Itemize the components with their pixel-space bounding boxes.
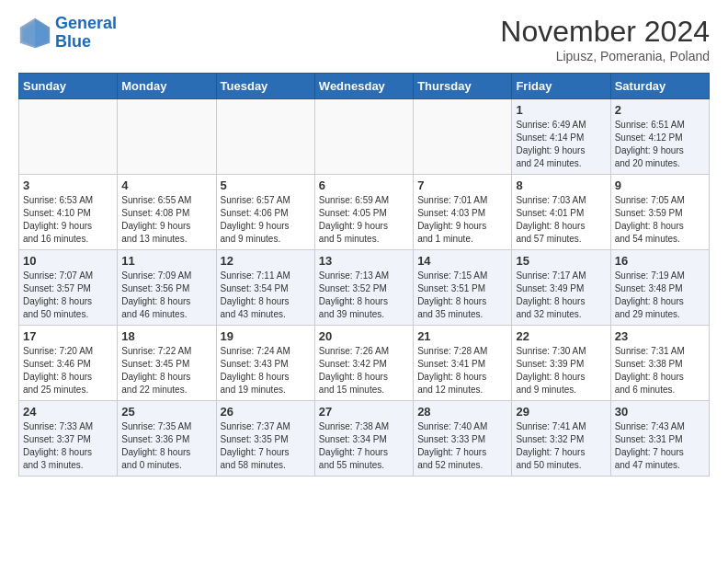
day-info: Sunrise: 7:31 AM Sunset: 3:38 PM Dayligh… [615, 345, 705, 396]
day-number: 13 [319, 254, 409, 268]
calendar-cell: 6Sunrise: 6:59 AM Sunset: 4:05 PM Daylig… [314, 175, 413, 250]
calendar-cell: 24Sunrise: 7:33 AM Sunset: 3:37 PM Dayli… [19, 401, 118, 477]
day-number: 14 [417, 254, 507, 268]
day-number: 17 [23, 329, 113, 343]
day-number: 3 [23, 178, 113, 192]
day-info: Sunrise: 7:30 AM Sunset: 3:39 PM Dayligh… [516, 345, 606, 396]
day-number: 6 [319, 178, 409, 192]
page: General Blue November 2024 Lipusz, Pomer… [0, 0, 728, 491]
day-info: Sunrise: 7:11 AM Sunset: 3:54 PM Dayligh… [221, 270, 311, 321]
day-number: 12 [221, 254, 311, 268]
day-number: 24 [23, 405, 113, 419]
day-info: Sunrise: 7:07 AM Sunset: 3:57 PM Dayligh… [23, 270, 113, 321]
calendar-cell: 17Sunrise: 7:20 AM Sunset: 3:46 PM Dayli… [19, 326, 118, 401]
header: General Blue November 2024 Lipusz, Pomer… [18, 15, 710, 63]
col-friday: Friday [512, 74, 610, 99]
calendar-cell: 19Sunrise: 7:24 AM Sunset: 3:43 PM Dayli… [216, 326, 314, 401]
calendar-cell [414, 99, 512, 175]
calendar-cell [314, 99, 413, 175]
day-number: 11 [121, 254, 211, 268]
day-number: 30 [615, 405, 705, 419]
day-info: Sunrise: 6:59 AM Sunset: 4:05 PM Dayligh… [319, 194, 409, 246]
day-number: 1 [516, 103, 606, 117]
col-saturday: Saturday [610, 74, 709, 99]
day-number: 19 [221, 329, 311, 343]
calendar-cell: 1Sunrise: 6:49 AM Sunset: 4:14 PM Daylig… [512, 99, 610, 175]
calendar-cell: 8Sunrise: 7:03 AM Sunset: 4:01 PM Daylig… [512, 175, 610, 250]
calendar-cell [118, 99, 216, 175]
day-info: Sunrise: 7:33 AM Sunset: 3:37 PM Dayligh… [23, 420, 113, 472]
calendar-cell [216, 99, 314, 175]
day-number: 22 [516, 329, 606, 343]
day-number: 10 [23, 254, 113, 268]
calendar-week-3: 17Sunrise: 7:20 AM Sunset: 3:46 PM Dayli… [19, 326, 710, 401]
calendar-cell: 3Sunrise: 6:53 AM Sunset: 4:10 PM Daylig… [19, 175, 118, 250]
logo: General Blue [18, 15, 117, 52]
day-info: Sunrise: 7:09 AM Sunset: 3:56 PM Dayligh… [121, 270, 211, 321]
day-info: Sunrise: 7:22 AM Sunset: 3:45 PM Dayligh… [121, 345, 211, 396]
day-info: Sunrise: 6:53 AM Sunset: 4:10 PM Dayligh… [23, 194, 113, 246]
day-info: Sunrise: 7:17 AM Sunset: 3:49 PM Dayligh… [516, 270, 606, 321]
day-info: Sunrise: 7:03 AM Sunset: 4:01 PM Dayligh… [516, 194, 606, 246]
day-number: 2 [615, 103, 705, 117]
day-number: 16 [615, 254, 705, 268]
day-number: 28 [417, 405, 507, 419]
calendar-cell: 10Sunrise: 7:07 AM Sunset: 3:57 PM Dayli… [19, 250, 118, 326]
day-info: Sunrise: 7:20 AM Sunset: 3:46 PM Dayligh… [23, 345, 113, 396]
day-info: Sunrise: 6:55 AM Sunset: 4:08 PM Dayligh… [121, 194, 211, 246]
day-number: 7 [417, 178, 507, 192]
calendar-cell: 21Sunrise: 7:28 AM Sunset: 3:41 PM Dayli… [414, 326, 512, 401]
calendar-cell: 22Sunrise: 7:30 AM Sunset: 3:39 PM Dayli… [512, 326, 610, 401]
day-info: Sunrise: 6:57 AM Sunset: 4:06 PM Dayligh… [221, 194, 311, 246]
day-info: Sunrise: 6:49 AM Sunset: 4:14 PM Dayligh… [516, 119, 606, 170]
calendar-week-4: 24Sunrise: 7:33 AM Sunset: 3:37 PM Dayli… [19, 401, 710, 477]
calendar-week-2: 10Sunrise: 7:07 AM Sunset: 3:57 PM Dayli… [19, 250, 710, 326]
day-number: 8 [516, 178, 606, 192]
logo-line2: Blue [55, 32, 91, 51]
calendar-cell: 13Sunrise: 7:13 AM Sunset: 3:52 PM Dayli… [314, 250, 413, 326]
day-info: Sunrise: 7:28 AM Sunset: 3:41 PM Dayligh… [417, 345, 507, 396]
day-number: 18 [121, 329, 211, 343]
calendar-cell: 4Sunrise: 6:55 AM Sunset: 4:08 PM Daylig… [118, 175, 216, 250]
calendar-cell: 27Sunrise: 7:38 AM Sunset: 3:34 PM Dayli… [314, 401, 413, 477]
day-info: Sunrise: 7:15 AM Sunset: 3:51 PM Dayligh… [417, 270, 507, 321]
col-sunday: Sunday [19, 74, 118, 99]
logo-icon [18, 17, 51, 50]
calendar-cell: 29Sunrise: 7:41 AM Sunset: 3:32 PM Dayli… [512, 401, 610, 477]
calendar-cell [19, 99, 118, 175]
calendar-cell: 26Sunrise: 7:37 AM Sunset: 3:35 PM Dayli… [216, 401, 314, 477]
col-wednesday: Wednesday [314, 74, 413, 99]
month-title: November 2024 [500, 15, 710, 49]
calendar-cell: 16Sunrise: 7:19 AM Sunset: 3:48 PM Dayli… [610, 250, 709, 326]
title-block: November 2024 Lipusz, Pomerania, Poland [500, 15, 710, 63]
calendar-cell: 25Sunrise: 7:35 AM Sunset: 3:36 PM Dayli… [118, 401, 216, 477]
calendar-week-1: 3Sunrise: 6:53 AM Sunset: 4:10 PM Daylig… [19, 175, 710, 250]
day-info: Sunrise: 6:51 AM Sunset: 4:12 PM Dayligh… [615, 119, 705, 170]
calendar-cell: 18Sunrise: 7:22 AM Sunset: 3:45 PM Dayli… [118, 326, 216, 401]
day-number: 27 [319, 405, 409, 419]
calendar-week-0: 1Sunrise: 6:49 AM Sunset: 4:14 PM Daylig… [19, 99, 710, 175]
day-number: 26 [221, 405, 311, 419]
day-info: Sunrise: 7:13 AM Sunset: 3:52 PM Dayligh… [319, 270, 409, 321]
day-info: Sunrise: 7:05 AM Sunset: 3:59 PM Dayligh… [615, 194, 705, 246]
day-number: 4 [121, 178, 211, 192]
calendar-cell: 20Sunrise: 7:26 AM Sunset: 3:42 PM Dayli… [314, 326, 413, 401]
day-info: Sunrise: 7:19 AM Sunset: 3:48 PM Dayligh… [615, 270, 705, 321]
calendar-cell: 2Sunrise: 6:51 AM Sunset: 4:12 PM Daylig… [610, 99, 709, 175]
calendar-cell: 7Sunrise: 7:01 AM Sunset: 4:03 PM Daylig… [414, 175, 512, 250]
day-number: 20 [319, 329, 409, 343]
day-number: 21 [417, 329, 507, 343]
logo-line1: General [55, 14, 117, 32]
calendar-cell: 9Sunrise: 7:05 AM Sunset: 3:59 PM Daylig… [610, 175, 709, 250]
calendar-cell: 5Sunrise: 6:57 AM Sunset: 4:06 PM Daylig… [216, 175, 314, 250]
location: Lipusz, Pomerania, Poland [500, 49, 710, 63]
logo-text: General Blue [55, 15, 117, 52]
day-info: Sunrise: 7:24 AM Sunset: 3:43 PM Dayligh… [221, 345, 311, 396]
day-number: 15 [516, 254, 606, 268]
col-monday: Monday [118, 74, 216, 99]
day-info: Sunrise: 7:26 AM Sunset: 3:42 PM Dayligh… [319, 345, 409, 396]
day-info: Sunrise: 7:35 AM Sunset: 3:36 PM Dayligh… [121, 420, 211, 472]
day-info: Sunrise: 7:41 AM Sunset: 3:32 PM Dayligh… [516, 420, 606, 472]
calendar-cell: 23Sunrise: 7:31 AM Sunset: 3:38 PM Dayli… [610, 326, 709, 401]
day-number: 9 [615, 178, 705, 192]
